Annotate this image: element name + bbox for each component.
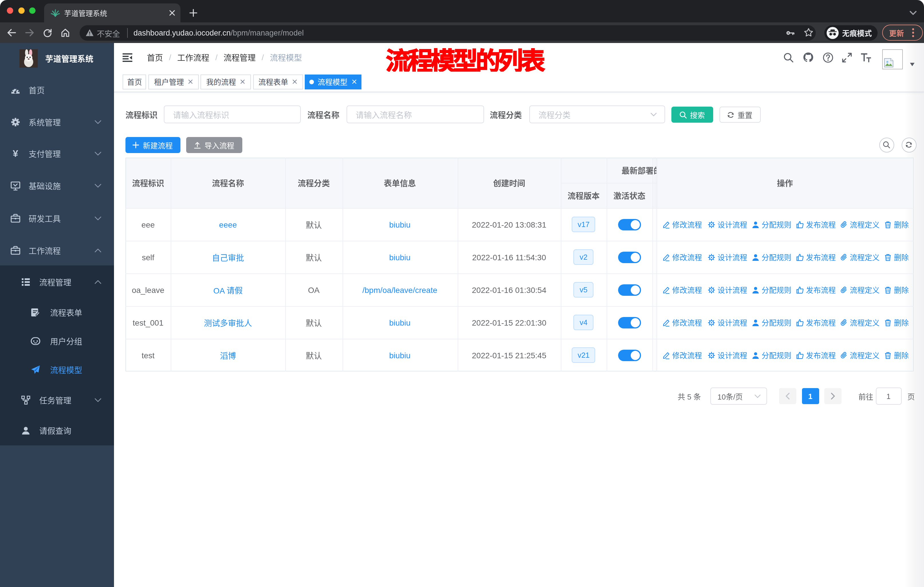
svg-text:¥: ¥ <box>13 149 18 159</box>
